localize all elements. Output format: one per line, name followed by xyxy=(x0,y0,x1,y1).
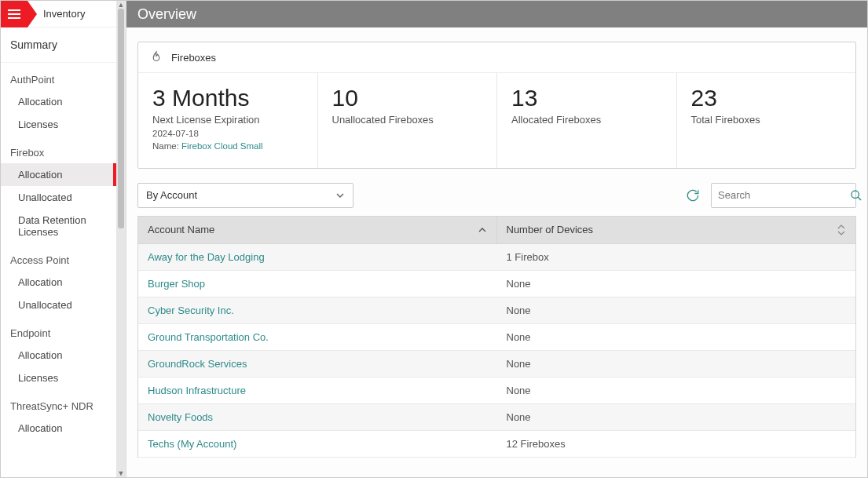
nav-group-label: Firebox xyxy=(1,136,116,163)
sidebar: Inventory Summary AuthPointAllocationLic… xyxy=(1,1,126,477)
column-label: Number of Devices xyxy=(507,224,594,235)
sidebar-item[interactable]: Allocation xyxy=(1,163,116,186)
device-count: None xyxy=(497,271,856,297)
svg-point-4 xyxy=(9,13,11,15)
sidebar-item[interactable]: Data Retention Licenses xyxy=(1,209,116,243)
stat-next-expiration: 3 Months Next License Expiration 2024-07… xyxy=(138,73,318,168)
menu-icon xyxy=(1,1,27,27)
sidebar-item[interactable]: Allocation xyxy=(1,417,116,440)
sidebar-header: Inventory xyxy=(1,1,116,27)
stats-header-label: Fireboxes xyxy=(171,52,216,64)
device-count: 1 Firebox xyxy=(497,244,856,270)
account-name-link[interactable]: Techs (My Account) xyxy=(138,431,497,457)
search-icon xyxy=(850,189,863,202)
stat-total: 23 Total Fireboxes xyxy=(677,73,856,168)
stat-name-prefix: Name: xyxy=(152,141,181,151)
device-count: None xyxy=(497,404,856,430)
account-name-link[interactable]: Burger Shop xyxy=(138,271,497,297)
brand-tab[interactable]: Inventory xyxy=(1,1,85,27)
table-row: Novelty FoodsNone xyxy=(138,404,855,431)
filter-select[interactable]: By Account xyxy=(137,183,353,208)
sidebar-item[interactable]: Allocation xyxy=(1,344,116,367)
stats-card: Fireboxes 3 Months Next License Expirati… xyxy=(137,42,856,169)
chevron-down-icon xyxy=(335,191,345,200)
table-body: Away for the Day Lodging1 FireboxBurger … xyxy=(138,244,855,458)
stat-allocated: 13 Allocated Fireboxes xyxy=(497,73,677,168)
firebox-icon xyxy=(149,50,163,64)
sidebar-item[interactable]: Allocation xyxy=(1,271,116,294)
stat-value: 3 Months xyxy=(152,86,303,111)
nav-groups: AuthPointAllocationLicensesFireboxAlloca… xyxy=(1,63,116,440)
sidebar-scrollbar[interactable]: ▲ ▼ xyxy=(116,1,126,477)
svg-line-7 xyxy=(858,197,861,200)
device-count: 12 Fireboxes xyxy=(497,431,856,457)
sidebar-item[interactable]: Unallocated xyxy=(1,294,116,316)
search-input[interactable] xyxy=(718,189,850,201)
sort-both-icon xyxy=(837,224,846,236)
table-row: GroundRock ServicesNone xyxy=(138,351,855,378)
app-root: Inventory Summary AuthPointAllocationLic… xyxy=(0,0,868,478)
brand-title: Inventory xyxy=(37,8,85,20)
account-name-link[interactable]: GroundRock Services xyxy=(138,351,497,377)
device-count: None xyxy=(497,297,856,323)
stat-label: Total Fireboxes xyxy=(691,114,842,126)
scroll-thumb[interactable] xyxy=(118,9,124,228)
table-row: Away for the Day Lodging1 Firebox xyxy=(138,244,855,271)
table-header: Account Name Number of Devices xyxy=(138,217,855,244)
sidebar-item[interactable]: Licenses xyxy=(1,367,116,389)
stat-label: Allocated Fireboxes xyxy=(511,114,662,126)
sidebar-item[interactable]: Allocation xyxy=(1,90,116,113)
sort-asc-icon xyxy=(478,225,487,235)
accounts-table: Account Name Number of Devices Away for … xyxy=(137,216,856,458)
table-row: Hudson InfrastructureNone xyxy=(138,378,855,404)
brand-arrow-shape xyxy=(27,1,37,27)
stat-label: Unallocated Fireboxes xyxy=(332,114,483,126)
device-count: None xyxy=(497,324,856,350)
column-number-of-devices[interactable]: Number of Devices xyxy=(497,217,856,243)
table-row: Techs (My Account)12 Fireboxes xyxy=(138,431,855,458)
stat-value: 23 xyxy=(691,86,842,111)
scroll-arrow-down-icon: ▼ xyxy=(116,469,126,477)
device-count: None xyxy=(497,351,856,377)
stat-name-link[interactable]: Firebox Cloud Small xyxy=(181,141,263,151)
scroll-arrow-up-icon: ▲ xyxy=(116,1,126,9)
table-toolbar: By Account xyxy=(137,183,856,208)
stat-date: 2024-07-18 xyxy=(152,129,303,138)
refresh-button[interactable] xyxy=(684,187,701,204)
table-row: Burger ShopNone xyxy=(138,271,855,297)
stats-header: Fireboxes xyxy=(138,42,855,73)
sidebar-inner: Inventory Summary AuthPointAllocationLic… xyxy=(1,1,116,477)
main: Overview Fireboxes 3 Months Next License… xyxy=(126,1,867,477)
search-box[interactable] xyxy=(711,183,856,208)
page-title: Overview xyxy=(126,1,867,27)
column-account-name[interactable]: Account Name xyxy=(138,217,497,243)
stat-label: Next License Expiration xyxy=(152,114,303,126)
stat-name-line: Name: Firebox Cloud Small xyxy=(152,141,303,151)
stat-value: 10 xyxy=(332,86,483,111)
column-label: Account Name xyxy=(148,224,214,235)
sidebar-item[interactable]: Licenses xyxy=(1,113,116,136)
stats-body: 3 Months Next License Expiration 2024-07… xyxy=(138,73,855,168)
nav-group-label: Endpoint xyxy=(1,316,116,344)
table-row: Cyber Security Inc.None xyxy=(138,297,855,324)
account-name-link[interactable]: Novelty Foods xyxy=(138,404,497,430)
account-name-link[interactable]: Cyber Security Inc. xyxy=(138,297,497,323)
content: Fireboxes 3 Months Next License Expirati… xyxy=(126,27,867,477)
stat-unallocated: 10 Unallocated Fireboxes xyxy=(318,73,498,168)
stat-value: 13 xyxy=(511,86,662,111)
account-name-link[interactable]: Hudson Infrastructure xyxy=(138,378,497,403)
nav-group-label: ThreatSync+ NDR xyxy=(1,389,116,417)
account-name-link[interactable]: Ground Transportation Co. xyxy=(138,324,497,350)
nav-group-label: AuthPoint xyxy=(1,63,116,90)
sidebar-item[interactable]: Unallocated xyxy=(1,186,116,209)
nav-group-label: Access Point xyxy=(1,243,116,271)
table-row: Ground Transportation Co.None xyxy=(138,324,855,351)
account-name-link[interactable]: Away for the Day Lodging xyxy=(138,244,497,270)
filter-select-value: By Account xyxy=(146,189,197,201)
device-count: None xyxy=(497,378,856,403)
svg-point-6 xyxy=(852,191,859,198)
sidebar-item-summary[interactable]: Summary xyxy=(1,27,116,63)
